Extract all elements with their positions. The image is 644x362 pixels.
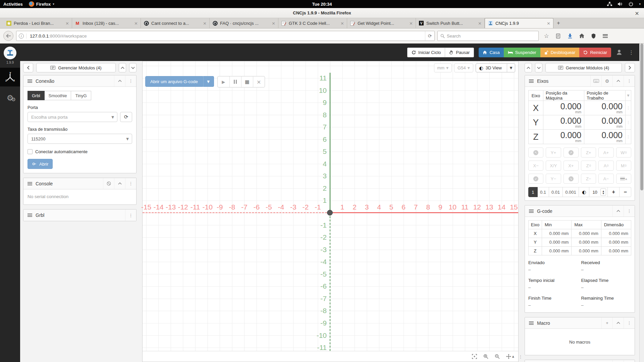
tab-close-icon[interactable]: × <box>272 21 275 26</box>
autoconnect-checkbox[interactable] <box>28 149 33 154</box>
step-1-button[interactable]: 1 <box>528 187 538 197</box>
settings-gear-icon[interactable]: ⚙ <box>601 75 612 86</box>
tray-caret-down-icon[interactable]: ▾ <box>639 2 641 6</box>
site-info-icon[interactable]: i <box>16 34 26 39</box>
widgets-up-button-right[interactable] <box>525 63 532 72</box>
jog-a-plus-button[interactable]: A+ <box>598 147 613 158</box>
bookmarks-sidebar-icon[interactable] <box>554 32 562 40</box>
iniciar-ciclo-button[interactable]: Iniciar Ciclo <box>407 48 445 57</box>
jog-y-minus-button[interactable]: Y− <box>546 174 561 184</box>
tab-close-icon[interactable]: × <box>340 21 344 26</box>
axes-col-menu-icon[interactable]: ▼ <box>626 90 631 101</box>
machine-position[interactable]: 0.000mm <box>543 115 584 130</box>
jog-z-minus-button[interactable]: Z− <box>581 174 596 184</box>
collapse-widget-icon[interactable] <box>114 178 125 189</box>
drag-handle-icon[interactable] <box>529 209 534 213</box>
browser-tab[interactable]: GTK 3 C Code Hell...× <box>278 18 347 28</box>
sidebar-item-workspace[interactable]: Y Z X <box>0 68 20 86</box>
jog-m0-button[interactable]: M0 <box>616 161 631 171</box>
add-macro-icon[interactable]: + <box>601 317 612 328</box>
jog-nw-button[interactable]: ↖ <box>528 147 543 158</box>
manage-widgets-button-left[interactable]: Gerenciar Módulos (4) <box>36 63 116 72</box>
work-position[interactable]: 0.000mm <box>584 101 626 115</box>
widget-menu-icon[interactable]: ⋮ <box>125 178 136 189</box>
widget-menu-icon[interactable]: ⋮ <box>624 205 635 217</box>
back-button[interactable] <box>3 31 13 41</box>
step-0.01-button[interactable]: 0.01 <box>549 187 563 197</box>
home-icon[interactable] <box>578 32 585 40</box>
url-text[interactable]: 127.0.0.1:8000/#/workspace <box>26 34 425 39</box>
page-scrollbar[interactable] <box>639 44 644 362</box>
menu-icon[interactable] <box>601 32 609 40</box>
step-0.001-button[interactable]: 0.001 <box>563 187 579 197</box>
controller-tab-smoothie[interactable]: Smoothie <box>45 91 71 100</box>
collapse-widget-icon[interactable] <box>612 75 624 86</box>
controller-tab-grbl[interactable]: Grbl <box>28 91 45 100</box>
step-increase-button[interactable]: + <box>608 187 620 197</box>
collapse-widget-icon[interactable] <box>612 205 624 217</box>
suspender-button[interactable]: Suspender <box>504 48 540 57</box>
step-toggle-button[interactable]: ◐ <box>579 187 589 197</box>
widgets-up-button-left[interactable] <box>119 63 126 72</box>
wcs-dropdown[interactable]: G54▼ <box>454 63 473 72</box>
browser-tab[interactable]: Get Widget Point...× <box>347 18 416 28</box>
browser-tab[interactable]: MInbox (128) - cas...× <box>72 18 141 28</box>
keyboard-shortcuts-icon[interactable] <box>590 75 601 86</box>
tab-close-icon[interactable]: × <box>478 21 482 26</box>
tab-close-icon[interactable]: × <box>134 21 138 26</box>
sidebar-item-settings[interactable]: ⚙⚙ <box>0 88 20 107</box>
axis-row-menu-icon[interactable]: ⋮ <box>626 101 631 115</box>
drag-handle-icon[interactable] <box>28 214 32 217</box>
new-tab-button[interactable]: + <box>553 18 564 28</box>
jog-menu-button[interactable]: ▲ <box>616 174 631 184</box>
jog-w0-button[interactable]: W0 <box>616 147 631 158</box>
stop-button[interactable]: ■ <box>241 76 253 87</box>
open-gcode-button[interactable]: Abrir um arquivo G-code <box>145 76 203 87</box>
collapse-widget-icon[interactable] <box>114 75 125 86</box>
zoom-fit-icon[interactable] <box>472 354 477 359</box>
widgets-down-button-left[interactable] <box>129 63 137 72</box>
jog-sw-button[interactable]: ↙ <box>528 174 543 184</box>
url-bar[interactable]: i 127.0.0.1:8000/#/workspace ⟳ <box>16 31 435 41</box>
pause-button[interactable] <box>229 76 241 87</box>
units-dropdown[interactable]: mm▼ <box>434 63 452 72</box>
browser-tab[interactable]: VSwitch Push Butt...× <box>416 18 485 28</box>
tab-close-icon[interactable]: × <box>409 21 413 26</box>
network-icon[interactable] <box>607 2 612 6</box>
app-menu-dots-icon[interactable]: ⋮ <box>627 49 635 56</box>
reload-icon[interactable]: ⟳ <box>425 31 434 41</box>
step-0.1-button[interactable]: 0.1 <box>538 187 549 197</box>
zoom-out-icon[interactable] <box>495 354 500 359</box>
widget-menu-icon[interactable]: ⋮ <box>624 75 635 86</box>
widget-menu-icon[interactable]: ⋮ <box>125 209 136 221</box>
zoom-in-icon[interactable] <box>483 354 488 359</box>
reiniciar-button[interactable]: Reiniciar <box>579 48 611 57</box>
downloads-icon[interactable] <box>566 32 574 40</box>
jog-z0-button[interactable]: Z0 <box>581 161 596 171</box>
drag-handle-icon[interactable] <box>28 79 32 83</box>
browser-tab[interactable]: CNCjs 1.9.9× <box>485 18 553 28</box>
scrollbar-thumb[interactable] <box>640 44 643 190</box>
browser-tab[interactable]: Perdoa - Leci Bran...× <box>3 18 72 28</box>
search-bar[interactable] <box>437 31 539 41</box>
widget-menu-icon[interactable]: ⋮ <box>125 75 136 86</box>
visualizer[interactable]: -15-14-13-12-11-10-9-8-7-6-5-4-3-2-11234… <box>142 61 519 362</box>
clock[interactable]: Tue 20:34 <box>0 2 644 7</box>
collapse-widget-icon[interactable] <box>612 360 624 362</box>
work-position[interactable]: 0.000mm <box>584 115 626 130</box>
custom-step-value[interactable]: 10 <box>592 190 599 195</box>
open-connection-button[interactable]: Abrir <box>28 159 53 169</box>
tab-close-icon[interactable]: × <box>65 21 69 26</box>
jog-a-minus-button[interactable]: A− <box>598 174 613 184</box>
clear-console-icon[interactable] <box>103 178 114 189</box>
jog-z-plus-button[interactable]: Z+ <box>581 147 596 158</box>
collapse-right-panel-button[interactable] <box>625 63 635 72</box>
view-dropdown[interactable]: ◐3D View ▼ <box>476 63 515 72</box>
pausar-button[interactable]: Pausar <box>445 48 474 57</box>
collapse-left-panel-button[interactable] <box>23 63 33 72</box>
widget-menu-icon[interactable]: ⋮ <box>624 317 635 328</box>
panel-splitter[interactable]: ⋮ <box>519 61 523 362</box>
controller-tab-tinyg[interactable]: TinyG <box>71 91 91 100</box>
casa-button[interactable]: Casa <box>479 48 503 57</box>
window-close-icon[interactable]: × <box>633 9 641 17</box>
